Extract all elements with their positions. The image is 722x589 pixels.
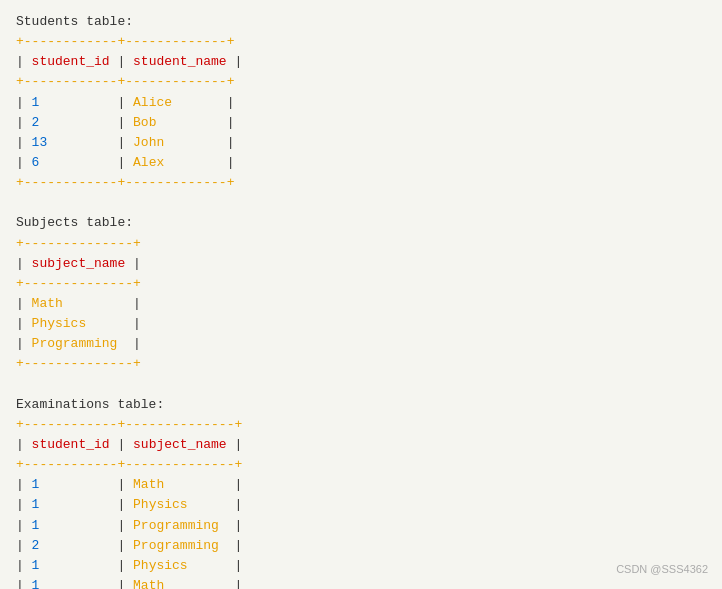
watermark: CSDN @SSS4362 [616, 563, 708, 575]
output-container: Students table: +------------+----------… [16, 12, 706, 589]
